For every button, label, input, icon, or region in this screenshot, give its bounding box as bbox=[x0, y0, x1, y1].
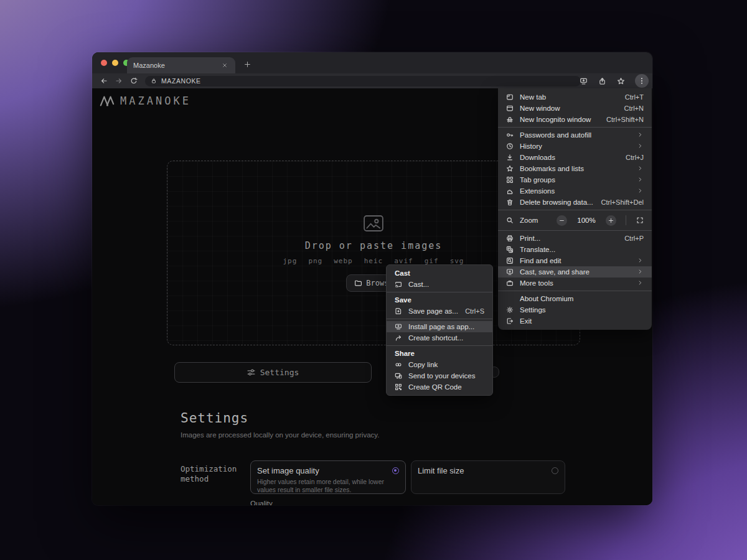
menu-item-label: Find and edit bbox=[520, 257, 631, 264]
install-app-icon[interactable] bbox=[579, 77, 588, 86]
format-chip: webp bbox=[334, 257, 353, 265]
new-tab-icon bbox=[505, 93, 514, 101]
desktop-wallpaper: Mazanoke MAZANOKE bbox=[0, 0, 747, 560]
menu-item-extensions[interactable]: Extensions bbox=[498, 185, 652, 197]
trash-icon bbox=[505, 198, 514, 207]
gear-icon bbox=[505, 306, 514, 314]
lock-icon[interactable] bbox=[151, 78, 157, 84]
menu-item-shortcut: Ctrl+Shift+N bbox=[606, 116, 644, 123]
menu-item-label: Create shortcut... bbox=[408, 334, 484, 342]
menu-item-passwords-and-autofill[interactable]: Passwords and autofill bbox=[498, 129, 652, 141]
menu-item-label: Settings bbox=[520, 306, 644, 314]
submenu-section-header: Cast bbox=[387, 268, 492, 279]
link-icon bbox=[394, 361, 402, 369]
menu-item-label: Delete browsing data... bbox=[520, 198, 595, 206]
menu-item-settings[interactable]: Settings bbox=[498, 304, 652, 315]
menu-item-downloads[interactable]: DownloadsCtrl+J bbox=[498, 152, 652, 163]
menu-item-print[interactable]: Print...Ctrl+P bbox=[498, 233, 652, 244]
menu-item-label: History bbox=[520, 142, 631, 150]
menu-item-more-tools[interactable]: More tools bbox=[498, 278, 652, 289]
zoom-divider bbox=[626, 215, 626, 225]
menu-item-about-chromium[interactable]: About Chromium bbox=[498, 293, 652, 304]
browser-tab[interactable]: Mazanoke bbox=[127, 57, 235, 73]
settings-toggle-button[interactable]: Settings bbox=[174, 362, 372, 383]
menu-item-label: Copy link bbox=[408, 361, 484, 368]
incognito-icon bbox=[505, 116, 514, 124]
reload-button[interactable] bbox=[129, 77, 138, 86]
menu-item-tab-groups[interactable]: Tab groups bbox=[498, 174, 652, 185]
menu-item-bookmarks-and-lists[interactable]: Bookmarks and lists bbox=[498, 163, 652, 174]
menu-item-exit[interactable]: Exit bbox=[498, 315, 652, 327]
menu-item-create-shortcut[interactable]: Create shortcut... bbox=[387, 332, 492, 343]
menu-separator bbox=[498, 230, 652, 231]
drop-zone-title: Drop or paste images bbox=[305, 240, 443, 251]
menu-separator bbox=[387, 319, 492, 319]
option-card-limit-file-size[interactable]: Limit file size bbox=[411, 460, 565, 494]
chevron-right-icon bbox=[637, 177, 644, 183]
minimize-window-button[interactable] bbox=[112, 60, 118, 66]
cast-share-icon bbox=[505, 268, 514, 276]
menu-item-label: New tab bbox=[520, 93, 619, 101]
optimization-method-label: Optimization method bbox=[181, 464, 250, 485]
option-card-set-image-quality[interactable]: Set image qualityHigher values retain mo… bbox=[250, 460, 406, 494]
menu-item-send-to-your-devices[interactable]: Send to your devices bbox=[387, 370, 492, 381]
cast-save-share-submenu: CastCast...SaveSave page as...Ctrl+SInst… bbox=[386, 264, 493, 396]
menu-item-label: Cast, save, and share bbox=[520, 268, 631, 276]
folder-icon bbox=[354, 279, 362, 287]
menu-item-label: Tab groups bbox=[520, 176, 631, 184]
share-icon[interactable] bbox=[598, 77, 607, 86]
translate-icon bbox=[505, 246, 514, 254]
optimization-options: Set image qualityHigher values retain mo… bbox=[250, 460, 565, 494]
submenu-section-header: Save bbox=[387, 294, 492, 306]
menu-item-label: New window bbox=[520, 105, 618, 112]
chevron-right-icon bbox=[637, 258, 644, 264]
fullscreen-icon[interactable] bbox=[636, 217, 644, 225]
bookmark-star-icon[interactable] bbox=[616, 77, 626, 86]
option-title: Limit file size bbox=[418, 466, 464, 475]
menu-item-shortcut: Ctrl+N bbox=[624, 105, 644, 112]
chevron-right-icon bbox=[637, 280, 644, 286]
address-bar[interactable]: MAZANOKE bbox=[145, 76, 581, 86]
menu-item-history[interactable]: History bbox=[498, 141, 652, 152]
menu-item-find-and-edit[interactable]: Find and edit bbox=[498, 255, 652, 266]
chevron-right-icon bbox=[637, 188, 644, 194]
new-tab-button[interactable] bbox=[242, 58, 253, 70]
browser-menu-button[interactable] bbox=[635, 74, 649, 88]
format-chip: heic bbox=[364, 257, 383, 265]
menu-item-zoom[interactable]: Zoom100% bbox=[498, 212, 652, 228]
menu-item-cast[interactable]: Cast... bbox=[387, 279, 492, 290]
menu-item-cast-save-and-share[interactable]: Cast, save, and share bbox=[498, 266, 652, 278]
menu-item-label: More tools bbox=[520, 279, 631, 287]
menu-separator bbox=[498, 210, 652, 210]
tab-close-icon[interactable] bbox=[220, 61, 229, 70]
menu-item-new-tab[interactable]: New tabCtrl+T bbox=[498, 91, 652, 103]
menu-item-new-window[interactable]: New windowCtrl+N bbox=[498, 103, 652, 114]
nav-buttons bbox=[92, 77, 138, 86]
menu-item-label: Translate... bbox=[520, 246, 644, 253]
menu-item-label: Downloads bbox=[520, 154, 619, 161]
site-logo: MAZANOKE bbox=[100, 95, 191, 107]
menu-item-translate[interactable]: Translate... bbox=[498, 244, 652, 255]
menu-item-label: Extensions bbox=[520, 187, 631, 195]
close-window-button[interactable] bbox=[101, 60, 107, 66]
menu-item-save-page-as[interactable]: Save page as...Ctrl+S bbox=[387, 306, 492, 317]
menu-item-install-page-as-app[interactable]: Install page as app... bbox=[387, 321, 492, 332]
menu-item-shortcut: Ctrl+P bbox=[624, 235, 644, 242]
chevron-right-icon bbox=[637, 143, 644, 149]
menu-item-shortcut: Ctrl+T bbox=[625, 93, 644, 101]
radio-selected[interactable] bbox=[392, 467, 399, 474]
menu-item-delete-browsing-data[interactable]: Delete browsing data...Ctrl+Shift+Del bbox=[498, 197, 652, 208]
history-icon bbox=[505, 142, 514, 151]
zoom-in-button[interactable] bbox=[606, 215, 616, 226]
print-icon bbox=[505, 235, 514, 243]
radio-unselected[interactable] bbox=[552, 467, 558, 474]
menu-item-copy-link[interactable]: Copy link bbox=[387, 359, 492, 370]
menu-item-new-incognito-window[interactable]: New Incognito windowCtrl+Shift+N bbox=[498, 114, 652, 125]
back-button[interactable] bbox=[99, 77, 108, 86]
menu-item-label: Passwords and autofill bbox=[520, 131, 631, 139]
forward-button[interactable] bbox=[114, 77, 123, 86]
menu-item-label: About Chromium bbox=[520, 295, 644, 302]
menu-item-create-qr-code[interactable]: Create QR Code bbox=[387, 381, 492, 393]
zoom-out-button[interactable] bbox=[557, 215, 567, 226]
settings-toggle-label: Settings bbox=[260, 368, 299, 377]
